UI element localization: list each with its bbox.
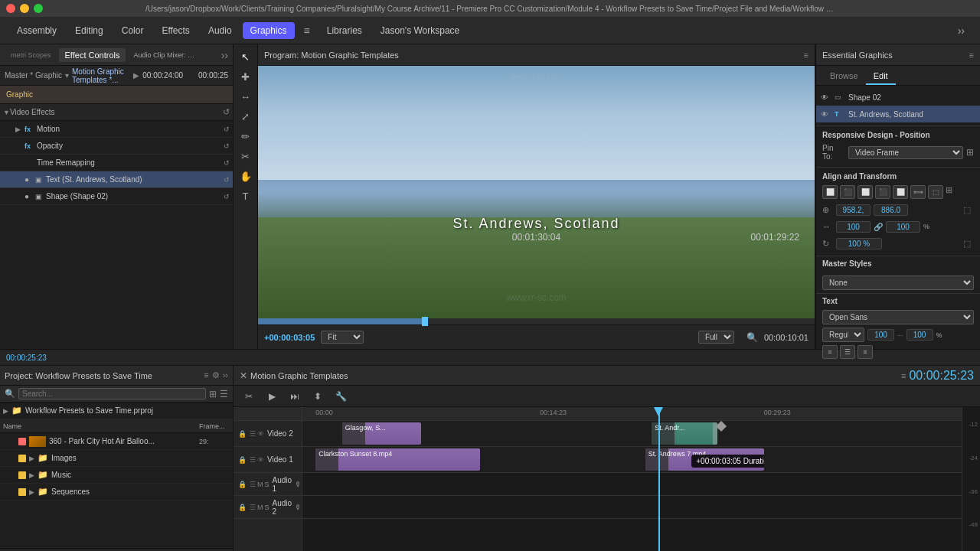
effect-row-motion[interactable]: ▶ fx Motion ↺ [0, 121, 233, 138]
layer-eye-text[interactable]: 👁 [821, 110, 831, 119]
menu-editing[interactable]: Editing [67, 22, 111, 39]
tool-hand[interactable]: ✋ [236, 167, 256, 185]
text-align-left[interactable]: ≡ [822, 345, 838, 359]
text-align-center[interactable]: ☰ [840, 345, 855, 359]
scale-link-icon[interactable]: 🔗 [874, 223, 883, 231]
font-weight-select[interactable]: Regular Bold Italic [822, 328, 864, 342]
clip-glasgow[interactable]: Glasgow, S... [342, 422, 421, 445]
expand-motion[interactable]: ▶ [15, 126, 24, 133]
pin-to-select[interactable]: Video Frame None [848, 146, 963, 159]
responsive-corner-icon[interactable]: ⊞ [946, 185, 952, 199]
folder-expand-music[interactable]: ▶ [29, 471, 34, 479]
pm-fit-select[interactable]: Fit 25% 50% 100% [321, 331, 364, 344]
reset-text[interactable]: ↺ [224, 176, 230, 184]
magnify-icon[interactable]: 🔍 [746, 332, 758, 343]
mic-icon[interactable]: 🎙 [295, 481, 302, 488]
pos-x-value[interactable]: 958.2, [836, 204, 871, 216]
rp-menu-button[interactable]: ≡ [969, 51, 974, 60]
window-controls[interactable] [6, 4, 43, 13]
a2-m[interactable]: M [257, 504, 263, 511]
pm-menu-button[interactable]: ≡ [804, 51, 808, 60]
tool-arrow[interactable]: ↖ [236, 47, 256, 66]
v2-eye[interactable]: 👁 [257, 430, 264, 438]
folder-expand-images[interactable]: ▶ [29, 455, 34, 462]
align-right[interactable]: ⬜ [893, 185, 908, 199]
master-styles-select[interactable]: None [822, 276, 974, 290]
align-left[interactable]: ⬜ [822, 185, 838, 199]
tool-export-frame[interactable]: ⤢ [236, 107, 256, 126]
a1-m[interactable]: M [257, 481, 263, 488]
maximize-button[interactable] [34, 4, 43, 13]
ve-reset[interactable]: ↺ [223, 107, 230, 117]
tl-razor-tool[interactable]: ✂ [240, 388, 258, 405]
effect-row-opacity[interactable]: fx Opacity ↺ [0, 138, 233, 155]
pp-item-sequences[interactable]: ▶ 📁 Sequences [0, 484, 233, 500]
lock-a1[interactable]: 🔒 [238, 481, 247, 488]
reset-opacity[interactable]: ↺ [224, 142, 230, 150]
tl-menu-icon[interactable]: ≡ [901, 371, 906, 380]
clip-marker[interactable] [716, 421, 727, 432]
pm-playhead[interactable] [422, 317, 428, 326]
pin-corner-icon[interactable]: ⊞ [966, 147, 974, 158]
tool-text[interactable]: T [236, 187, 256, 205]
pp-settings-icon[interactable]: ⚙ [212, 370, 220, 380]
tl-play-button[interactable]: ▶ [263, 388, 281, 405]
pp-folder-root[interactable]: ▶ 📁 Workflow Presets to Save Time.prproj [0, 403, 233, 419]
font-size-2[interactable]: 100 [906, 329, 933, 341]
a1-icon1[interactable]: ☰ [250, 481, 256, 488]
tab-effect-controls[interactable]: Effect Controls [59, 48, 126, 62]
align-center-h[interactable]: ⬛ [840, 185, 855, 199]
workspace-overflow[interactable]: ›› [952, 21, 971, 40]
list-view-icon[interactable]: ☰ [220, 389, 228, 399]
menu-libraries[interactable]: Libraries [319, 22, 370, 39]
mic-icon-a2[interactable]: 🎙 [295, 504, 302, 511]
pp-item-images[interactable]: ▶ 📁 Images [0, 450, 233, 467]
new-bin-icon[interactable]: ⊞ [209, 389, 217, 399]
tl-close-button[interactable]: ✕ [240, 370, 247, 381]
scale-y-value[interactable]: 100 [886, 221, 920, 233]
align-distribute-h[interactable]: ⟺ [910, 185, 926, 199]
tl-timecode[interactable]: 00:00:25:23 [909, 369, 974, 383]
menu-color[interactable]: Color [114, 22, 152, 39]
tl-ripple-delete[interactable]: ⬍ [309, 388, 327, 405]
expand-icon[interactable]: ▶ [133, 71, 139, 80]
effect-row-time-remap[interactable]: Time Remapping ↺ [0, 155, 233, 171]
clip-clarkston[interactable]: Clarkston Sunset 8.mp4 [315, 448, 480, 471]
menu-effects[interactable]: Effects [154, 22, 197, 39]
font-size-value[interactable]: 100 [867, 329, 894, 341]
effect-row-shape[interactable]: ● ▣ Shape (Shape 02) ↺ [0, 188, 233, 205]
font-select[interactable]: Open Sans [822, 310, 974, 324]
project-search-input[interactable] [18, 388, 206, 399]
reset-time-remap[interactable]: ↺ [224, 159, 230, 167]
v2-icon1[interactable]: ☰ [250, 430, 256, 438]
eye-text[interactable]: ● [24, 175, 35, 184]
panel-overflow-button[interactable]: ›› [221, 49, 228, 61]
lock-v1[interactable]: 🔒 [238, 456, 247, 464]
tool-pen[interactable]: ✏ [236, 127, 256, 145]
align-center-v[interactable]: ⬛ [875, 185, 890, 199]
v1-icon1[interactable]: ☰ [250, 456, 256, 464]
effect-row-text[interactable]: ● ▣ Text (St. Andrews, Scotland) ↺ [0, 171, 233, 188]
v1-eye[interactable]: 👁 [257, 456, 264, 464]
align-top[interactable]: ⬜ [858, 185, 873, 199]
layer-eye-shape[interactable]: 👁 [821, 93, 831, 102]
a2-s[interactable]: S [265, 504, 270, 511]
tab-lumetri-scopes[interactable]: metri Scopes [5, 49, 57, 61]
tab-edit[interactable]: Edit [866, 68, 896, 85]
graphics-panel-toggle[interactable]: ≡ [298, 21, 316, 40]
folder-expand-icon[interactable]: ▶ [3, 407, 8, 415]
clip-standrews-v2[interactable]: St. Andr... [652, 422, 717, 445]
menu-audio[interactable]: Audio [201, 22, 240, 39]
pp-list-icon[interactable]: ≡ [204, 370, 208, 380]
tab-browse[interactable]: Browse [822, 68, 866, 85]
scale-x-value[interactable]: 100 [836, 221, 871, 233]
eye-shape[interactable]: ● [24, 192, 35, 201]
menu-assembly[interactable]: Assembly [9, 22, 64, 39]
menu-graphics[interactable]: Graphics [243, 22, 295, 39]
ve-expand[interactable]: ▼ [3, 109, 10, 116]
pm-scrub-bar[interactable] [258, 318, 815, 324]
pm-zoom-select[interactable]: Full 1/2 1/4 [698, 331, 734, 344]
tab-audio-clip-mixer[interactable]: Audio Clip Mixer: Motion Graphic Templat… [127, 49, 204, 61]
lock-a2[interactable]: 🔒 [238, 504, 247, 511]
close-button[interactable] [6, 4, 15, 13]
